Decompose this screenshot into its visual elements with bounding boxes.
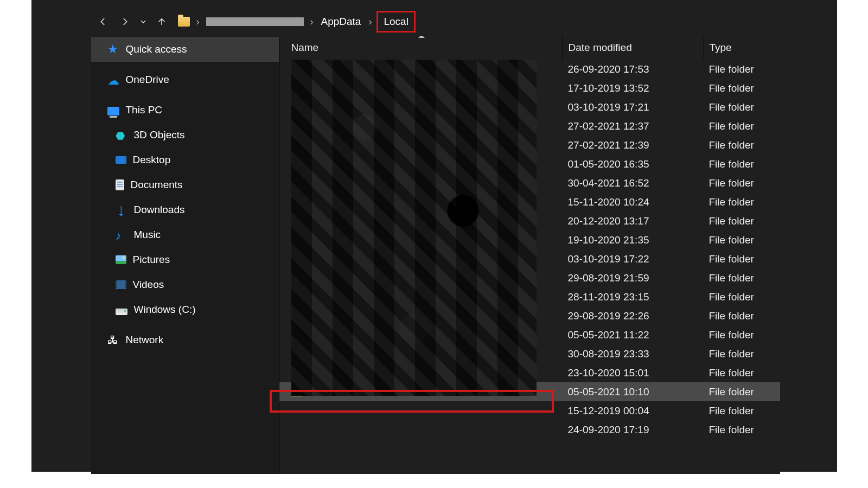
pc-icon — [107, 107, 119, 115]
forward-button[interactable] — [117, 14, 132, 29]
sidebar-item-label: 3D Objects — [134, 129, 185, 141]
video-icon — [116, 280, 126, 289]
file-row[interactable]: 15-11-2020 10:24File folder — [279, 192, 780, 211]
file-row[interactable]: 29-08-2019 22:26File folder — [279, 306, 780, 325]
breadcrumb-redacted[interactable] — [206, 17, 304, 26]
file-type: File folder — [704, 424, 780, 436]
file-row[interactable]: 19-10-2020 21:35File folder — [279, 230, 780, 249]
column-header-date[interactable]: Date modified — [563, 36, 704, 60]
sidebar-item-music[interactable]: ♪ Music — [91, 222, 279, 247]
file-row[interactable]: 28-11-2019 23:15File folder — [279, 287, 780, 306]
file-row[interactable]: 23-10-2020 15:01File folder — [279, 363, 780, 382]
cloud-icon: ☁ — [107, 74, 119, 86]
drive-icon — [116, 309, 127, 315]
sidebar-item-videos[interactable]: Videos — [91, 272, 279, 297]
sidebar-item-label: Downloads — [134, 204, 185, 216]
file-date: 24-09-2020 17:19 — [563, 424, 704, 436]
document-icon — [116, 179, 124, 190]
sidebar-item-network[interactable]: 🖧 Network — [91, 328, 279, 352]
recent-locations-dropdown[interactable] — [139, 14, 148, 29]
file-type: File folder — [704, 348, 780, 360]
file-row[interactable]: 27-02-2021 12:39File folder — [279, 136, 780, 155]
file-type: File folder — [704, 386, 780, 398]
sidebar-item-label: Music — [134, 229, 161, 241]
column-header-name[interactable]: Name — [291, 36, 563, 60]
sidebar-item-pictures[interactable]: Pictures — [91, 247, 279, 272]
file-date: 05-05-2021 10:10 — [563, 386, 704, 398]
sidebar-item-label: Desktop — [133, 154, 171, 166]
file-row[interactable]: 03-10-2019 17:22File folder — [279, 249, 780, 268]
address-bar[interactable]: › › AppData › Local — [178, 14, 414, 30]
file-name: Discord — [308, 386, 342, 398]
file-row[interactable]: 05-05-2021 11:22File folder — [279, 325, 780, 344]
up-button[interactable] — [154, 14, 169, 29]
back-button[interactable] — [95, 14, 111, 29]
file-type: File folder — [704, 234, 780, 246]
breadcrumb-separator-icon: › — [368, 16, 372, 28]
file-row[interactable]: 29-08-2019 21:59File folder — [279, 268, 780, 287]
sort-ascending-icon — [418, 36, 425, 38]
breadcrumb-separator-icon: › — [196, 16, 200, 28]
file-row[interactable]: Discord05-05-2021 10:10File folder — [279, 382, 780, 401]
breadcrumb-local[interactable]: Local — [378, 12, 413, 31]
file-type: File folder — [704, 120, 780, 132]
file-row[interactable]: 15-12-2019 00:04File folder — [279, 401, 780, 420]
file-row[interactable]: 30-04-2021 16:52File folder — [279, 174, 780, 192]
file-date: 03-10-2019 17:22 — [563, 253, 704, 265]
picture-icon — [116, 255, 126, 264]
file-type: File folder — [704, 215, 780, 227]
sidebar-item-drive-c[interactable]: Windows (C:) — [91, 297, 279, 322]
sidebar-item-label: Quick access — [126, 43, 187, 55]
file-date: 19-10-2020 21:35 — [563, 234, 704, 246]
download-icon: ⭣ — [116, 204, 127, 216]
sidebar-item-label: Network — [126, 334, 164, 346]
explorer-window: › › AppData › Local ★ Quick access ☁ One… — [91, 8, 780, 474]
file-type: File folder — [704, 291, 780, 303]
file-date: 28-11-2019 23:15 — [563, 291, 704, 303]
file-date: 15-11-2020 10:24 — [563, 196, 704, 208]
file-row[interactable]: 17-10-2019 13:52File folder — [279, 79, 780, 98]
desktop-icon — [116, 156, 126, 164]
file-type: File folder — [704, 367, 780, 379]
file-date: 26-09-2020 17:53 — [563, 63, 704, 75]
file-row[interactable]: 26-09-2020 17:53File folder — [279, 60, 780, 79]
sidebar-item-desktop[interactable]: Desktop — [91, 147, 279, 172]
file-type: File folder — [704, 101, 780, 113]
sidebar-item-label: Pictures — [133, 254, 170, 266]
navigation-pane: ★ Quick access ☁ OneDrive This PC ⬣ 3D O… — [91, 36, 279, 474]
file-date: 29-08-2019 22:26 — [563, 310, 704, 322]
breadcrumb-appdata[interactable]: AppData — [320, 16, 362, 28]
file-type: File folder — [704, 63, 780, 75]
sidebar-item-3d-objects[interactable]: ⬣ 3D Objects — [91, 123, 279, 147]
sidebar-item-this-pc[interactable]: This PC — [91, 98, 279, 123]
file-type: File folder — [704, 177, 780, 189]
sidebar-item-label: OneDrive — [126, 74, 169, 86]
file-type: File folder — [704, 253, 780, 265]
file-type: File folder — [704, 329, 780, 341]
file-row[interactable]: 24-09-2020 17:19File folder — [279, 420, 780, 439]
cube-icon: ⬣ — [116, 129, 127, 141]
file-date: 15-12-2019 00:04 — [563, 405, 704, 417]
sidebar-item-downloads[interactable]: ⭣ Downloads — [91, 197, 279, 222]
folder-icon — [291, 388, 302, 396]
folder-icon — [178, 17, 190, 27]
file-row[interactable]: 01-05-2020 16:35File folder — [279, 155, 780, 174]
sidebar-item-documents[interactable]: Documents — [91, 172, 279, 197]
star-icon: ★ — [107, 43, 119, 55]
file-type: File folder — [704, 82, 780, 94]
file-row[interactable]: 03-10-2019 17:21File folder — [279, 98, 780, 117]
file-date: 17-10-2019 13:52 — [563, 82, 704, 94]
file-row[interactable]: 27-02-2021 12:37File folder — [279, 117, 780, 136]
breadcrumb-separator-icon: › — [310, 16, 314, 28]
file-date: 03-10-2019 17:21 — [563, 101, 704, 113]
sidebar-item-quick-access[interactable]: ★ Quick access — [91, 37, 279, 62]
column-header-type[interactable]: Type — [704, 36, 780, 60]
sidebar-item-label: Videos — [133, 279, 164, 291]
file-type: File folder — [704, 158, 780, 170]
file-row[interactable]: 20-12-2020 13:17File folder — [279, 211, 780, 230]
file-date: 20-12-2020 13:17 — [563, 215, 704, 227]
file-row[interactable]: 30-08-2019 23:33File folder — [279, 344, 780, 363]
sidebar-item-onedrive[interactable]: ☁ OneDrive — [91, 67, 279, 92]
file-type: File folder — [704, 196, 780, 208]
file-date: 01-05-2020 16:35 — [563, 158, 704, 170]
